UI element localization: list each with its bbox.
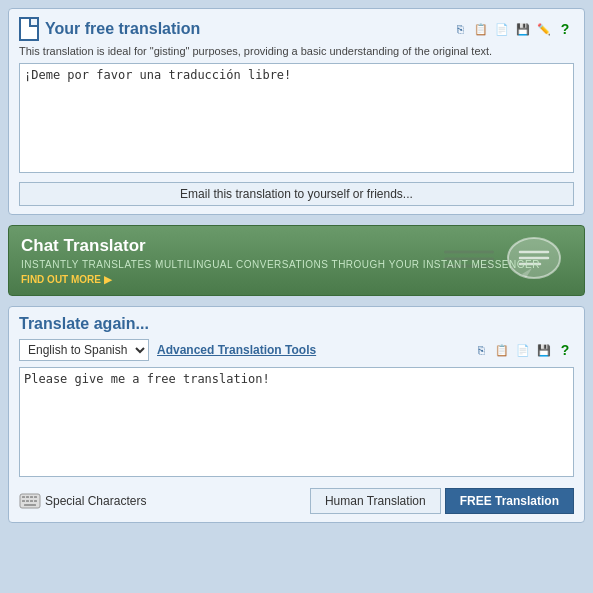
translate-controls: English to Spanish Advanced Translation … (19, 339, 574, 361)
paste-icon[interactable]: 📋 (472, 20, 490, 38)
svg-rect-8 (30, 496, 33, 498)
svg-rect-14 (24, 504, 36, 506)
keyboard-icon (19, 493, 41, 509)
toolbar: ⎘ 📋 📄 💾 ✏️ ? (451, 20, 574, 38)
controls-left: English to Spanish Advanced Translation … (19, 339, 316, 361)
special-characters-control[interactable]: Special Characters (19, 493, 146, 509)
help-icon-2[interactable]: ? (556, 341, 574, 359)
svg-rect-13 (34, 500, 37, 502)
svg-rect-6 (22, 496, 25, 498)
translate-again-heading: Translate again... (19, 315, 574, 333)
chat-translator-panel: Chat Translator Instantly translates mul… (8, 225, 585, 296)
save-icon[interactable]: 💾 (514, 20, 532, 38)
panel-title-bar: Your free translation ⎘ 📋 📄 💾 ✏️ ? (19, 17, 574, 41)
title-left: Your free translation (19, 17, 200, 41)
svg-rect-11 (26, 500, 29, 502)
language-select[interactable]: English to Spanish (19, 339, 149, 361)
free-translation-panel: Your free translation ⎘ 📋 📄 💾 ✏️ ? This … (8, 8, 585, 215)
translate-again-panel: Translate again... English to Spanish Ad… (8, 306, 585, 523)
chat-subtitle: Instantly translates multilingual conver… (21, 259, 572, 270)
special-chars-label: Special Characters (45, 494, 146, 508)
translation-output[interactable] (19, 63, 574, 173)
document-icon (19, 17, 39, 41)
svg-rect-9 (34, 496, 37, 498)
translate-input[interactable] (19, 367, 574, 477)
chat-title: Chat Translator (21, 236, 572, 256)
file-icon[interactable]: 📄 (493, 20, 511, 38)
paste-icon-2[interactable]: 📋 (493, 341, 511, 359)
help-icon[interactable]: ? (556, 20, 574, 38)
save-icon-2[interactable]: 💾 (535, 341, 553, 359)
toolbar-2: ⎘ 📋 📄 💾 ? (472, 341, 574, 359)
copy-icon-2[interactable]: ⎘ (472, 341, 490, 359)
edit-icon[interactable]: ✏️ (535, 20, 553, 38)
svg-rect-10 (22, 500, 25, 502)
svg-rect-7 (26, 496, 29, 498)
action-buttons: Human Translation FREE Translation (310, 488, 574, 514)
svg-rect-12 (30, 500, 33, 502)
human-translation-button[interactable]: Human Translation (310, 488, 441, 514)
bottom-bar: Special Characters Human Translation FRE… (19, 488, 574, 514)
chat-find-out-more-link[interactable]: Find out more ▶ (21, 274, 572, 285)
panel-heading: Your free translation (45, 20, 200, 38)
email-translation-button[interactable]: Email this translation to yourself or fr… (19, 182, 574, 206)
free-translation-button[interactable]: FREE Translation (445, 488, 574, 514)
file-icon-2[interactable]: 📄 (514, 341, 532, 359)
copy-icon[interactable]: ⎘ (451, 20, 469, 38)
advanced-translation-tools-link[interactable]: Advanced Translation Tools (157, 343, 316, 357)
panel-subtitle: This translation is ideal for "gisting" … (19, 45, 574, 57)
